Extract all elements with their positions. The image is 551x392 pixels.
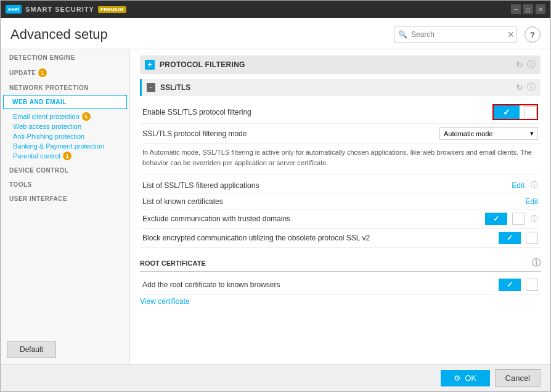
maximize-button[interactable]: □ [523, 4, 533, 14]
sidebar-bottom: Default [1, 335, 129, 364]
add-root-cert-right [526, 279, 538, 291]
block-obsolete-control [499, 232, 538, 244]
known-certs-label: List of known certificates [142, 197, 525, 206]
email-badge: 5 [82, 112, 91, 121]
sidebar-item-user-interface[interactable]: USER INTERFACE [1, 190, 129, 205]
root-certificate-section: ROOT CERTIFICATE ⓘ Add the root certific… [140, 255, 541, 308]
ssl-mode-label: SSL/TLS protocol filtering mode [142, 129, 439, 138]
filtered-apps-control: Edit ⓘ [512, 180, 538, 190]
ssl-mode-select[interactable]: Automatic mode ▾ [439, 127, 538, 140]
add-root-cert-control [499, 279, 538, 291]
ssl-tls-header: − SSL/TLS ↻ ⓘ [140, 79, 541, 96]
ssl-tls-subsection: − SSL/TLS ↻ ⓘ Enable SSL/TLS protocol fi… [140, 79, 541, 248]
close-button[interactable]: ✕ [536, 4, 545, 14]
sidebar-subitem-parental[interactable]: Parental control 1 [13, 151, 123, 161]
section-header-icons: ↻ ⓘ [516, 59, 536, 70]
reset-icon[interactable]: ↻ [516, 60, 523, 70]
sidebar-item-device-control[interactable]: DEVICE CONTROL [1, 162, 129, 176]
enable-ssl-toggle[interactable] [494, 105, 520, 119]
ok-button[interactable]: ⚙ OK [441, 370, 490, 386]
ssl-mode-row: SSL/TLS protocol filtering mode Automati… [140, 124, 541, 144]
known-certs-edit-link[interactable]: Edit [525, 197, 538, 206]
protocol-filtering-header: + PROTOCOL FILTERING ↻ ⓘ [140, 55, 541, 74]
sidebar-subitem-banking[interactable]: Banking & Payment protection [13, 141, 123, 151]
default-button[interactable]: Default [7, 341, 56, 358]
block-obsolete-right [526, 232, 538, 244]
ssl-tls-icons: ↻ ⓘ [516, 82, 536, 93]
search-input[interactable] [411, 30, 504, 39]
view-certificate-link[interactable]: View certificate [140, 295, 189, 308]
sidebar-item-web-and-email[interactable]: WEB AND EMAIL [3, 95, 127, 109]
enable-ssl-row: Enable SSL/TLS protocol filtering [140, 101, 541, 124]
sidebar-sub-items: Email client protection 5 Web access pro… [1, 110, 129, 162]
search-clear-button[interactable]: ✕ [504, 30, 518, 39]
enable-ssl-label: Enable SSL/TLS protocol filtering [142, 108, 492, 116]
parental-badge: 1 [63, 152, 71, 160]
chevron-down-icon: ▾ [530, 129, 534, 137]
ok-label: OK [465, 374, 476, 383]
block-obsolete-row: Block encrypted communication utilizing … [140, 229, 541, 248]
ssl-tls-collapse[interactable]: − [147, 83, 155, 92]
ok-icon: ⚙ [454, 374, 461, 383]
info-icon[interactable]: ⓘ [527, 59, 536, 70]
root-cert-title: ROOT CERTIFICATE [140, 259, 206, 267]
protocol-filtering-expand[interactable]: + [145, 60, 155, 70]
sidebar-subitem-anti-phishing[interactable]: Anti-Phishing protection [13, 131, 123, 141]
tier-badge: PREMIUM [98, 6, 126, 13]
protocol-filtering-title: PROTOCOL FILTERING [160, 60, 516, 69]
add-root-cert-row: Add the root certificate to known browse… [140, 276, 541, 295]
sidebar-item-network-protection[interactable]: NETWORK PROTECTION [1, 80, 129, 94]
filtered-apps-row: List of SSL/TLS filtered applications Ed… [140, 177, 541, 194]
ssl-reset-icon[interactable]: ↻ [516, 83, 523, 92]
filtered-apps-edit-link[interactable]: Edit [512, 181, 524, 190]
add-root-cert-toggle[interactable] [499, 279, 521, 291]
exclude-trusted-label: Exclude communication with trusted domai… [142, 214, 485, 223]
exclude-trusted-row: Exclude communication with trusted domai… [140, 210, 541, 229]
main-panel: + PROTOCOL FILTERING ↻ ⓘ − SSL/TLS ↻ ⓘ [130, 49, 550, 364]
enable-ssl-toggle-right [524, 106, 537, 118]
update-badge: 1 [38, 68, 47, 77]
exclude-trusted-right [512, 213, 524, 225]
ssl-info-icon[interactable]: ⓘ [527, 82, 536, 93]
block-obsolete-toggle[interactable] [499, 232, 521, 244]
app-window: eset SMART SECURITY PREMIUM ─ □ ✕ Advanc… [0, 0, 551, 392]
sidebar-subitem-email-client[interactable]: Email client protection 5 [13, 112, 123, 121]
minimize-button[interactable]: ─ [511, 4, 521, 14]
sidebar-item-detection-engine[interactable]: DETECTION ENGINE [1, 49, 129, 63]
product-name: SMART SECURITY [25, 6, 94, 13]
enable-ssl-control [492, 104, 538, 120]
exclude-trusted-toggle[interactable] [485, 213, 507, 225]
sidebar: DETECTION ENGINE UPDATE 1 NETWORK PROTEC… [1, 49, 130, 364]
cancel-button[interactable]: Cancel [495, 369, 541, 387]
known-certs-row: List of known certificates Edit [140, 194, 541, 210]
add-root-cert-label: Add the root certificate to known browse… [142, 280, 499, 289]
sidebar-subitem-web-access[interactable]: Web access protection [13, 121, 123, 131]
known-certs-control: Edit [525, 197, 538, 206]
filtered-apps-label: List of SSL/TLS filtered applications [142, 181, 512, 190]
page-title: Advanced setup [10, 27, 108, 43]
content-area: DETECTION ENGINE UPDATE 1 NETWORK PROTEC… [1, 49, 550, 364]
footer: ⚙ OK Cancel [1, 364, 550, 391]
titlebar: eset SMART SECURITY PREMIUM ─ □ ✕ [1, 1, 550, 18]
exclude-trusted-control: ⓘ [485, 213, 538, 225]
ssl-tls-title: SSL/TLS [160, 83, 516, 92]
exclude-trusted-info-icon[interactable]: ⓘ [531, 214, 538, 224]
main-header: Advanced setup 🔍 ✕ ? [1, 18, 550, 49]
block-obsolete-label: Block encrypted communication utilizing … [142, 234, 499, 242]
sidebar-item-update[interactable]: UPDATE 1 [1, 63, 129, 80]
titlebar-left: eset SMART SECURITY PREMIUM [6, 5, 126, 14]
sidebar-item-tools[interactable]: TOOLS [1, 176, 129, 190]
filtered-apps-info-icon[interactable]: ⓘ [531, 180, 538, 190]
help-button[interactable]: ? [524, 27, 541, 43]
search-box: 🔍 ✕ [394, 27, 517, 43]
eset-logo: eset [6, 5, 22, 14]
window-controls: ─ □ ✕ [511, 4, 545, 14]
ssl-info-text: In Automatic mode, SSL/TLS filtering is … [140, 144, 541, 174]
root-certificate-header: ROOT CERTIFICATE ⓘ [140, 255, 541, 272]
root-cert-info-icon[interactable]: ⓘ [532, 258, 541, 269]
search-icon: 🔍 [394, 30, 411, 39]
